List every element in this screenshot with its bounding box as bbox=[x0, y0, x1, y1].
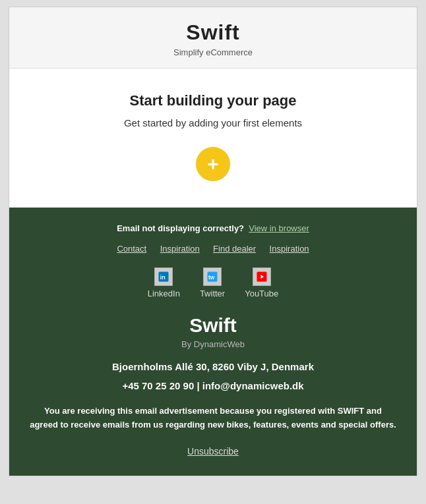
svg-text:in: in bbox=[160, 274, 166, 281]
youtube-label: YouTube bbox=[245, 289, 278, 298]
plus-icon: + bbox=[207, 154, 219, 174]
footer-nav: Contact Inspiration Find dealer Inspirat… bbox=[22, 242, 404, 254]
footer-contact: +45 70 25 20 90 | info@dynamicweb.dk bbox=[22, 380, 404, 391]
main-heading: Start building your page bbox=[22, 92, 404, 109]
twitter-label: Twitter bbox=[200, 289, 225, 298]
footer-nav-find-dealer[interactable]: Find dealer bbox=[213, 244, 256, 254]
footer-disclaimer: You are receiving this email advertiseme… bbox=[22, 405, 404, 432]
footer-address: Bjoernholms Allé 30, 8260 Viby J, Denmar… bbox=[22, 361, 404, 372]
footer-brand-by: By DynamicWeb bbox=[22, 339, 404, 349]
header-section: Swift Simplify eCommerce bbox=[9, 7, 417, 69]
linkedin-icon: in bbox=[154, 267, 173, 286]
footer-social: in LinkedIn tw Twitter bbox=[22, 267, 404, 298]
footer-unsubscribe: Unsubscribe bbox=[22, 445, 404, 457]
svg-text:tw: tw bbox=[208, 275, 215, 281]
youtube-icon bbox=[253, 267, 271, 286]
social-item-linkedin[interactable]: in LinkedIn bbox=[148, 267, 180, 298]
add-element-button[interactable]: + bbox=[196, 147, 230, 181]
twitter-icon: tw bbox=[203, 267, 222, 286]
header-title: Swift bbox=[22, 20, 404, 45]
main-subtext: Get started by adding your first element… bbox=[22, 117, 404, 128]
main-section: Start building your page Get started by … bbox=[9, 69, 417, 208]
social-item-twitter[interactable]: tw Twitter bbox=[200, 267, 225, 298]
view-in-browser-link[interactable]: View in browser bbox=[249, 223, 309, 233]
header-subtitle: Simplify eCommerce bbox=[22, 47, 404, 57]
page-wrapper: Swift Simplify eCommerce Start building … bbox=[9, 7, 417, 476]
social-item-youtube[interactable]: YouTube bbox=[245, 267, 278, 298]
email-alert-text: Email not displaying correctly? bbox=[117, 223, 244, 233]
footer-brand-title: Swift bbox=[22, 314, 404, 337]
footer-section: Email not displaying correctly? View in … bbox=[9, 208, 417, 476]
footer-nav-inspiration1[interactable]: Inspiration bbox=[160, 244, 200, 254]
unsubscribe-link[interactable]: Unsubscribe bbox=[187, 446, 239, 457]
footer-nav-contact[interactable]: Contact bbox=[117, 244, 146, 254]
footer-email-alert: Email not displaying correctly? View in … bbox=[22, 223, 404, 233]
footer-nav-inspiration2[interactable]: Inspiration bbox=[270, 244, 309, 254]
linkedin-label: LinkedIn bbox=[148, 289, 180, 298]
